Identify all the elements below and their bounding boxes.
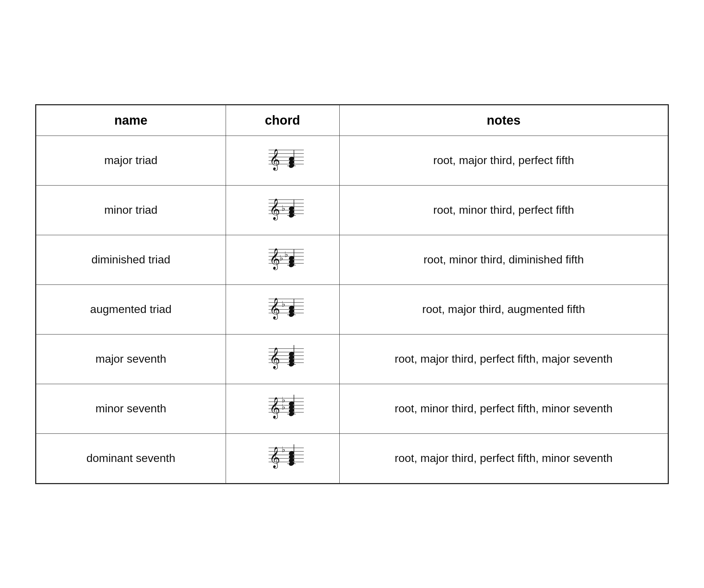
chord-name-cell: dominant seventh: [36, 433, 226, 483]
chord-notes-cell: root, major third, perfect fifth, major …: [339, 334, 668, 384]
chord-name-cell: minor triad: [36, 185, 226, 235]
chord-name: minor seventh: [95, 402, 166, 415]
chord-notes-cell: root, minor third, diminished fifth: [339, 235, 668, 284]
header-name: name: [36, 105, 226, 136]
chord-notes: root, major third, perfect fifth, major …: [395, 352, 612, 365]
chord-name: dominant seventh: [86, 452, 175, 464]
chord-name: augmented triad: [90, 303, 171, 315]
svg-text:♭: ♭: [282, 204, 285, 213]
chord-notation-cell: 𝄞♭: [226, 185, 339, 235]
svg-text:♭: ♭: [282, 445, 285, 454]
chord-notation-cell: 𝄞♭: [226, 433, 339, 483]
svg-text:𝄞: 𝄞: [269, 199, 280, 221]
chord-notes-cell: root, minor third, perfect fifth: [339, 185, 668, 235]
chord-notes-cell: root, major third, augmented fifth: [339, 284, 668, 334]
table-row: major triad𝄞root, major third, perfect f…: [36, 136, 668, 185]
table-row: diminished triad𝄞♭♭root, minor third, di…: [36, 235, 668, 284]
chord-notes: root, minor third, perfect fifth: [433, 204, 574, 216]
chord-notes-cell: root, minor third, perfect fifth, minor …: [339, 384, 668, 433]
chord-notes: root, minor third, diminished fifth: [423, 253, 584, 266]
chord-notation-cell: 𝄞: [226, 334, 339, 384]
svg-text:𝄞: 𝄞: [269, 248, 280, 270]
svg-text:𝄞: 𝄞: [269, 447, 280, 469]
chord-name: major triad: [104, 154, 157, 167]
chord-name-cell: minor seventh: [36, 384, 226, 433]
chord-name: diminished triad: [92, 253, 170, 266]
svg-text:𝄞: 𝄞: [269, 348, 280, 370]
chord-notes: root, major third, perfect fifth: [433, 154, 574, 167]
chord-name-cell: major triad: [36, 136, 226, 185]
chord-notes-cell: root, major third, perfect fifth: [339, 136, 668, 185]
chord-notes-cell: root, major third, perfect fifth, minor …: [339, 433, 668, 483]
chord-notes: root, minor third, perfect fifth, minor …: [395, 402, 612, 415]
svg-text:♭: ♭: [279, 254, 283, 262]
header-notes: notes: [339, 105, 668, 136]
chord-table: name chord notes major triad𝄞root, major…: [35, 104, 669, 484]
header-chord: chord: [226, 105, 339, 136]
chord-name: major seventh: [95, 352, 166, 365]
svg-text:♭: ♭: [282, 300, 285, 308]
chord-notation-cell: 𝄞: [226, 136, 339, 185]
svg-text:𝄞: 𝄞: [269, 298, 280, 320]
chord-notes: root, major third, perfect fifth, minor …: [395, 452, 612, 464]
table-row: minor seventh𝄞♭♭root, minor third, perfe…: [36, 384, 668, 433]
chord-notation-cell: 𝄞♭♭: [226, 384, 339, 433]
svg-text:♭: ♭: [282, 395, 285, 404]
table-row: augmented triad𝄞♭root, major third, augm…: [36, 284, 668, 334]
chord-notation-cell: 𝄞♭: [226, 284, 339, 334]
chord-name: minor triad: [104, 204, 157, 216]
svg-text:𝄞: 𝄞: [269, 397, 280, 419]
table-row: minor triad𝄞♭root, minor third, perfect …: [36, 185, 668, 235]
chord-name-cell: diminished triad: [36, 235, 226, 284]
table-row: major seventh𝄞root, major third, perfect…: [36, 334, 668, 384]
svg-text:𝄞: 𝄞: [269, 149, 280, 171]
chord-notation-cell: 𝄞♭♭: [226, 235, 339, 284]
svg-text:♭: ♭: [284, 250, 288, 259]
chord-notes: root, major third, augmented fifth: [422, 303, 585, 315]
table-row: dominant seventh𝄞♭root, major third, per…: [36, 433, 668, 483]
chord-name-cell: major seventh: [36, 334, 226, 384]
chord-name-cell: augmented triad: [36, 284, 226, 334]
